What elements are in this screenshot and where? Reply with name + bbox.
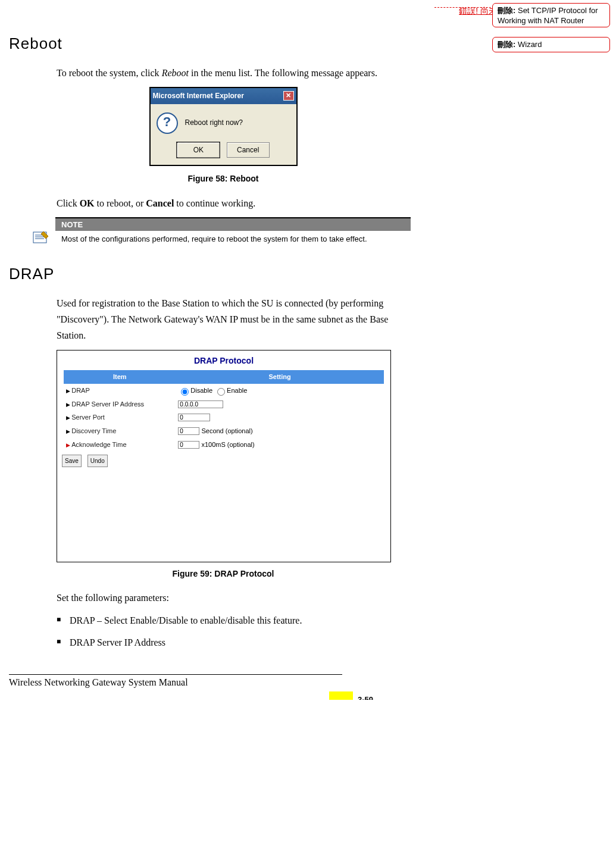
cancel-button[interactable]: Cancel: [227, 142, 270, 158]
figure-caption: Figure 58: Reboot: [57, 172, 390, 186]
undo-button[interactable]: Undo: [87, 455, 108, 467]
yellow-highlight: [329, 691, 353, 700]
ack-time-input[interactable]: [178, 441, 199, 449]
note-body: Most of the configurations performed, re…: [55, 231, 411, 247]
table-header-item: Item: [64, 370, 176, 384]
paragraph: Set the following parameters:: [57, 590, 390, 606]
drap-panel-title: DRAP Protocol: [57, 350, 390, 371]
table-row: ▶Server Port: [64, 411, 384, 424]
note-header: NOTE: [55, 217, 411, 231]
note-table: NOTE Most of the configurations performe…: [55, 217, 411, 247]
page-number: 3-59: [353, 695, 378, 700]
server-port-input[interactable]: [178, 414, 210, 421]
dialog-titlebar: Microsoft Internet Explorer ✕: [151, 88, 296, 104]
figure-reboot-dialog: Microsoft Internet Explorer ✕ ? Reboot r…: [57, 87, 390, 166]
ok-button[interactable]: OK: [177, 142, 220, 158]
revision-comment-1: 刪除: Set TCP/IP Protocol for Working with…: [492, 3, 610, 27]
drap-enable-radio[interactable]: [217, 388, 225, 396]
page-number-box: 3-59: [329, 691, 378, 700]
note-icon: [33, 230, 49, 245]
body-text-block: Used for registration to the Base Statio…: [57, 295, 390, 650]
body-text-block: To reboot the system, click Reboot in th…: [57, 65, 390, 211]
section-heading-drap: DRAP: [9, 265, 562, 283]
footer-rule: [9, 674, 342, 675]
table-header-setting: Setting: [176, 370, 383, 384]
comment-label: 刪除:: [498, 6, 515, 15]
figure-caption: Figure 59: DRAP Protocol: [57, 567, 390, 581]
dialog-title: Microsoft Internet Explorer: [153, 90, 244, 102]
list-item: DRAP Server IP Address: [57, 634, 390, 650]
drap-table: Item Setting ▶DRAP Disable Enable ▶DRAP …: [64, 370, 384, 451]
drap-disable-radio[interactable]: [181, 388, 189, 396]
comment-label: 刪除:: [498, 40, 515, 49]
table-row: ▶DRAP Disable Enable: [64, 384, 384, 398]
table-row: ▶Discovery Time Second (optional): [64, 424, 384, 438]
paragraph: Used for registration to the Base Statio…: [57, 295, 390, 344]
revision-comment-2: 刪除: Wizard: [492, 37, 610, 52]
document-page: 錯誤! 尚未定義樣式。 刪除: Set TCP/IP Protocol for …: [0, 0, 616, 700]
bullet-list: DRAP – Select Enable/Disable to enable/d…: [57, 612, 390, 650]
figure-drap-screenshot: DRAP Protocol Item Setting ▶DRAP Disable…: [57, 350, 391, 562]
header-error-text: 錯誤! 尚未定義樣式。: [9, 6, 562, 17]
save-button[interactable]: Save: [62, 455, 82, 467]
dialog-button-row: OK Cancel: [151, 142, 296, 165]
paragraph: To reboot the system, click Reboot in th…: [57, 65, 390, 81]
drap-server-ip-input[interactable]: [178, 400, 223, 408]
question-icon: ?: [157, 112, 178, 134]
footer-manual-title: Wireless Networking Gateway System Manua…: [9, 677, 562, 688]
comment-text: Wizard: [518, 40, 542, 49]
table-row: ▶DRAP Server IP Address: [64, 398, 384, 411]
paragraph: Click OK to reboot, or Cancel to continu…: [57, 195, 390, 211]
list-item: DRAP – Select Enable/Disable to enable/d…: [57, 612, 390, 628]
table-row: ▶Acknowledge Time x100mS (optional): [64, 438, 384, 452]
discovery-time-input[interactable]: [178, 427, 199, 435]
dialog-box: Microsoft Internet Explorer ✕ ? Reboot r…: [149, 87, 298, 166]
note-block: NOTE Most of the configurations performe…: [33, 217, 411, 247]
dialog-message: Reboot right now?: [185, 117, 243, 129]
close-icon[interactable]: ✕: [283, 91, 294, 101]
section-heading-reboot: Reboot: [9, 35, 562, 53]
dialog-content: ? Reboot right now?: [151, 104, 296, 142]
page-footer: Wireless Networking Gateway System Manua…: [9, 674, 562, 688]
